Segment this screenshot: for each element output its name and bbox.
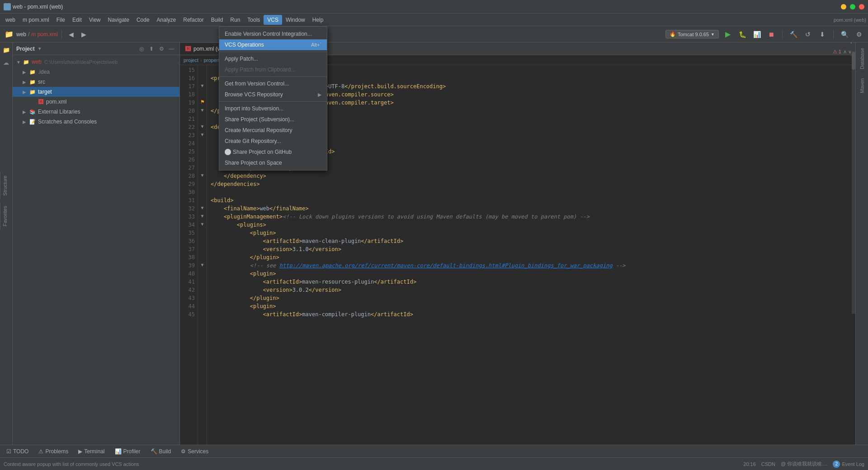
right-database-tab[interactable]: Database bbox=[857, 44, 868, 73]
fold-icon-20[interactable]: ▼ bbox=[200, 108, 205, 113]
title-bar: web - pom.xml (web) bbox=[0, 0, 868, 14]
build-button[interactable]: 🔨 bbox=[788, 29, 799, 40]
menu-view[interactable]: View bbox=[85, 15, 104, 25]
right-maven-tab[interactable]: Maven bbox=[857, 75, 868, 97]
run-button[interactable]: ▶ bbox=[722, 29, 733, 40]
vcs-menu-create-git[interactable]: Create Git Repository... bbox=[219, 136, 327, 147]
fold-icon-34[interactable]: ▼ bbox=[200, 222, 205, 227]
vcs-menu-share-github[interactable]: Share Project on GitHub bbox=[219, 147, 327, 157]
vcs-menu-enable-vcs[interactable]: Enable Version Control Integration... bbox=[219, 28, 327, 39]
problems-icon: ⚠ bbox=[38, 448, 43, 455]
code-line-33: <pluginManagement><!-- Lock down plugins… bbox=[211, 213, 852, 221]
menu-vcs[interactable]: VCS bbox=[264, 15, 282, 25]
menu-analyze[interactable]: Analyze bbox=[153, 15, 180, 25]
title-bar-left: web - pom.xml (web) bbox=[4, 3, 63, 10]
fold-icon-32[interactable]: ▼ bbox=[200, 205, 205, 210]
profiler-icon: 📊 bbox=[115, 448, 122, 455]
panel-settings-btn[interactable]: ⚙ bbox=[157, 44, 166, 53]
fold-icon-33[interactable]: ▼ bbox=[200, 214, 205, 218]
vcs-dropdown-menu: Enable Version Control Integration... VC… bbox=[219, 26, 327, 171]
profile-button[interactable]: 📊 bbox=[751, 29, 762, 40]
main-layout: 📁 ☁ Project ▼ ◎ ⬆ ⚙ — ▼ 📁 web C:\Users\z… bbox=[0, 43, 868, 445]
code-line-44: <plugin> bbox=[211, 302, 852, 310]
left-project-icon[interactable]: 📁 bbox=[1, 44, 12, 55]
tree-item-external-libs[interactable]: ▶ 📚 External Libraries bbox=[13, 107, 179, 117]
tree-item-pomxml[interactable]: 🅼 pom.xml bbox=[13, 97, 179, 107]
bottom-tab-problems[interactable]: ⚠ Problems bbox=[34, 446, 73, 457]
bottom-tab-build[interactable]: 🔨 Build bbox=[146, 446, 176, 457]
close-button[interactable] bbox=[859, 4, 864, 9]
vcs-menu-operations[interactable]: VCS Operations Alt+` bbox=[219, 39, 327, 50]
search-everywhere-button[interactable]: 🔍 bbox=[839, 29, 850, 40]
locate-file-btn[interactable]: ◎ bbox=[137, 44, 146, 53]
vcs-menu-apply-patch[interactable]: Apply Patch... bbox=[219, 53, 327, 64]
minimize-button[interactable] bbox=[841, 4, 846, 9]
github-icon bbox=[225, 149, 231, 155]
vcs-update-button[interactable]: ⬇ bbox=[817, 29, 828, 40]
favorites-panel-tab[interactable]: Favorites bbox=[0, 202, 9, 230]
vcs-menu-get-vcs[interactable]: Get from Version Control... bbox=[219, 78, 327, 89]
vcs-operations-label: VCS Operations bbox=[225, 42, 264, 48]
vertical-scrollbar-track[interactable] bbox=[852, 43, 855, 314]
vcs-menu-browse-repo[interactable]: Browse VCS Repository ▶ bbox=[219, 89, 327, 100]
tomcat-label: Tomcat 9.0.65 bbox=[678, 32, 709, 37]
menu-help[interactable]: Help bbox=[309, 15, 327, 25]
tree-item-src[interactable]: ▶ 📁 src bbox=[13, 77, 179, 87]
breadcrumb-project[interactable]: project bbox=[184, 57, 198, 63]
vcs-menu-share-svn[interactable]: Share Project (Subversion)... bbox=[219, 114, 327, 125]
back-button[interactable]: ◀ bbox=[66, 29, 76, 40]
bottom-tab-services[interactable]: ⚙ Services bbox=[176, 446, 213, 457]
menu-web[interactable]: web bbox=[2, 15, 19, 25]
menu-run[interactable]: Run bbox=[226, 15, 244, 25]
tomcat-dropdown[interactable]: 🔥 Tomcat 9.0.65 ▼ bbox=[665, 30, 719, 38]
title-bar-title: web - pom.xml (web) bbox=[13, 4, 63, 10]
fold-icon-17[interactable]: ▼ bbox=[200, 83, 205, 88]
project-dropdown-arrow[interactable]: ▼ bbox=[38, 46, 42, 51]
right-edge-indicator bbox=[851, 43, 852, 43]
debug-button[interactable]: 🐛 bbox=[737, 29, 748, 40]
menu-window[interactable]: Window bbox=[282, 15, 309, 25]
fold-icon-28[interactable]: ▼ bbox=[200, 173, 205, 178]
menu-tools[interactable]: Tools bbox=[244, 15, 264, 25]
panel-close-btn[interactable]: — bbox=[167, 44, 176, 53]
project-panel-header: Project ▼ ◎ ⬆ ⚙ — bbox=[13, 43, 179, 55]
tree-item-idea[interactable]: ▶ 📁 .idea bbox=[13, 67, 179, 77]
profiler-label: Profiler bbox=[123, 448, 141, 455]
vcs-get-vcs-label: Get from Version Control... bbox=[225, 81, 289, 87]
vcs-menu-share-space[interactable]: Share Project on Space bbox=[219, 157, 327, 168]
bottom-tab-todo[interactable]: ☑ TODO bbox=[2, 446, 33, 457]
tree-item-scratches[interactable]: ▶ 📝 Scratches and Consoles bbox=[13, 117, 179, 127]
menu-navigate[interactable]: Navigate bbox=[104, 15, 133, 25]
menu-pomxml[interactable]: m pom.xml bbox=[19, 15, 53, 25]
fold-icon-23[interactable]: ▼ bbox=[200, 132, 205, 137]
vertical-scrollbar-thumb[interactable] bbox=[852, 52, 855, 70]
code-line-31: <build> bbox=[211, 196, 852, 204]
toolbar-pomxml: m pom.xml bbox=[31, 31, 58, 38]
menu-refactor[interactable]: Refactor bbox=[179, 15, 207, 25]
vcs-browse-repo-label: Browse VCS Repository bbox=[225, 91, 283, 98]
vcs-menu-import-svn[interactable]: Import into Subversion... bbox=[219, 103, 327, 114]
structure-panel-tab[interactable]: Structure bbox=[0, 172, 9, 199]
vcs-share-space-label: Share Project on Space bbox=[225, 160, 282, 166]
menu-code[interactable]: Code bbox=[133, 15, 153, 25]
forward-button[interactable]: ▶ bbox=[78, 29, 89, 40]
tree-item-web[interactable]: ▼ 📁 web C:\Users\zhaoll\IdeaProjects\web bbox=[13, 57, 179, 67]
tree-item-target[interactable]: ▶ 📁 target bbox=[13, 87, 179, 97]
fold-icon-39[interactable]: ▼ bbox=[200, 262, 205, 267]
bottom-tab-profiler[interactable]: 📊 Profiler bbox=[110, 446, 145, 457]
maximize-button[interactable] bbox=[850, 4, 855, 9]
menu-build[interactable]: Build bbox=[208, 15, 227, 25]
menu-file[interactable]: File bbox=[53, 15, 69, 25]
bottom-tab-terminal[interactable]: ▶ Terminal bbox=[74, 446, 109, 457]
vcs-create-git-label: Create Git Repository... bbox=[225, 138, 281, 144]
menu-edit[interactable]: Edit bbox=[69, 15, 85, 25]
fold-icon-22[interactable]: ▼ bbox=[200, 124, 205, 129]
vcs-menu-create-mercurial[interactable]: Create Mercurial Repository bbox=[219, 125, 327, 136]
stop-button[interactable]: ⏹ bbox=[766, 29, 777, 40]
left-commit-icon[interactable]: ☁ bbox=[1, 57, 12, 68]
settings-button[interactable]: ⚙ bbox=[854, 29, 864, 40]
event-log-label[interactable]: Event Log bbox=[842, 461, 864, 467]
status-position: 20:16 bbox=[743, 461, 756, 467]
collapse-all-btn[interactable]: ⬆ bbox=[147, 44, 156, 53]
refresh-button[interactable]: ↺ bbox=[802, 29, 813, 40]
